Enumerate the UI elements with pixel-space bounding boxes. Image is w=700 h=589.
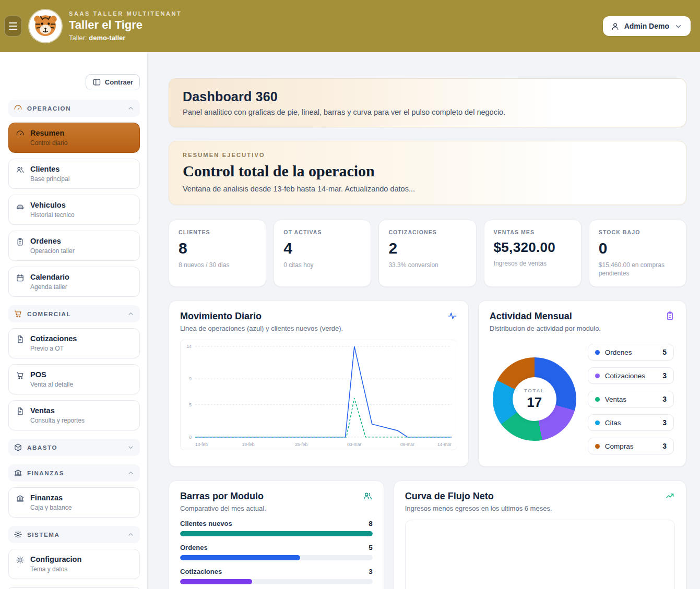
user-menu-button[interactable]: Admin Demo <box>603 16 691 36</box>
donut-total: 17 <box>527 394 542 411</box>
sidebar-item-finanzas[interactable]: FinanzasCaja y balance <box>8 487 140 518</box>
users-icon <box>363 491 373 501</box>
bar-chart: Clientes nuevos8Ordenes5Cotizaciones3 <box>180 520 373 584</box>
collapse-label: Contraer <box>105 78 133 86</box>
calendar-icon <box>16 273 25 282</box>
section-header-finanzas[interactable]: FINANZAS <box>8 464 140 482</box>
page-header-card: Dashboard 360 Panel analitico con grafic… <box>169 78 686 127</box>
user-icon <box>611 22 620 31</box>
sidebar: Contraer OPERACIONResumenControl diarioC… <box>0 52 148 589</box>
actividad-subtitle: Distribucion de actividad por modulo. <box>490 324 601 332</box>
bar-fill <box>180 555 300 560</box>
chevron-down-icon <box>674 22 683 31</box>
sidebar-item-subtitle: Base principal <box>30 175 69 183</box>
stats-row: CLIENTES88 nuevos / 30 diasOT ACTIVAS40 … <box>169 220 686 287</box>
curva-subtitle: Ingresos menos egresos en los ultimos 6 … <box>405 504 552 512</box>
sidebar-section-finanzas: FINANZASFinanzasCaja y balance <box>8 464 140 518</box>
section-header-operacion[interactable]: OPERACION <box>8 100 140 117</box>
legend-dot <box>595 397 600 402</box>
bottom-row: Barras por Modulo Comparativo del mes ac… <box>169 480 686 589</box>
sidebar-item-subtitle: Venta al detalle <box>30 381 73 388</box>
file-icon <box>16 407 25 416</box>
sidebar-item-cotizaciones[interactable]: CotizacionesPrevio a OT <box>8 328 140 358</box>
collapse-sidebar-button[interactable]: Contraer <box>86 74 140 90</box>
sidebar-item-subtitle: Historial tecnico <box>30 211 75 219</box>
donut-legend: Ordenes5Cotizaciones3Ventas3Citas3Compra… <box>588 344 674 454</box>
stat-card-ot-activas: OT ACTIVAS40 citas hoy <box>274 220 371 287</box>
chevron-up-icon <box>127 310 135 318</box>
barras-modulo-card: Barras por Modulo Comparativo del mes ac… <box>169 480 384 589</box>
gear-icon <box>16 556 25 564</box>
gauge-icon <box>16 129 25 138</box>
workshop-subtitle: Taller: demo-taller <box>69 34 182 42</box>
donut-area: TOTAL 17 Ordenes5Cotizaciones3Ventas3Cit… <box>490 342 675 456</box>
sidebar-item-resumen[interactable]: ResumenControl diario <box>8 123 140 153</box>
page-subtitle: Panel analitico con graficas de pie, lin… <box>183 108 672 116</box>
sidebar-item-ventas[interactable]: VentasConsulta y reportes <box>8 400 140 430</box>
sidebar-item-title: POS <box>30 370 73 379</box>
bank-icon <box>16 494 25 503</box>
executive-subtitle: Ventana de analisis desde 13-feb hasta 1… <box>183 185 672 193</box>
curva-flujo-card: Curva de Flujo Neto Ingresos menos egres… <box>394 480 686 589</box>
legend-dot <box>595 420 600 425</box>
svg-text:09-mar: 09-mar <box>400 442 414 447</box>
hamburger-icon <box>9 22 17 30</box>
stat-card-ventas-mes: VENTAS MES$5,320.00Ingresos de ventas <box>484 220 582 287</box>
curva-title: Curva de Flujo Neto <box>405 491 552 502</box>
svg-text:5: 5 <box>189 402 192 407</box>
sidebar-item-title: Calendario <box>30 273 69 282</box>
svg-text:13-feb: 13-feb <box>195 442 208 447</box>
curva-plot-area <box>405 520 675 589</box>
svg-text:25-feb: 25-feb <box>295 442 307 447</box>
users-icon <box>16 165 25 174</box>
car-icon <box>16 201 25 210</box>
bar-row-clientes-nuevos: Clientes nuevos8 <box>180 520 373 536</box>
workshop-title: Taller el Tigre <box>69 18 182 32</box>
sidebar-item-configuracion[interactable]: ConfiguracionTema y datos <box>8 549 140 579</box>
gauge-icon <box>14 104 22 113</box>
legend-dot <box>595 374 600 378</box>
sidebar-item-title: Cotizaciones <box>30 334 77 343</box>
panel-left-icon <box>92 78 101 87</box>
app-header: SAAS TALLER MULTITENANT Taller el Tigre … <box>0 0 700 52</box>
sidebar-item-calendario[interactable]: CalendarioAgenda taller <box>8 267 140 297</box>
executive-title: Control total de la operacion <box>183 162 672 180</box>
donut-center-label: TOTAL <box>524 388 545 393</box>
executive-summary-card: RESUMEN EJECUTIVO Control total de la op… <box>169 141 686 205</box>
donut-chart: TOTAL 17 <box>493 357 576 441</box>
sidebar-item-clientes[interactable]: ClientesBase principal <box>8 159 140 189</box>
section-header-abasto[interactable]: ABASTO <box>8 439 140 456</box>
sidebar-item-title: Ventas <box>30 406 85 415</box>
section-header-sistema[interactable]: SISTEMA <box>8 526 140 543</box>
svg-text:0: 0 <box>189 435 192 440</box>
sidebar-item-subtitle: Operacion taller <box>30 247 75 255</box>
chevron-up-icon <box>127 531 135 538</box>
sidebar-item-subtitle: Control diario <box>30 139 67 147</box>
header-titles: SAAS TALLER MULTITENANT Taller el Tigre … <box>69 10 182 42</box>
svg-text:14: 14 <box>186 344 192 349</box>
legend-item-ordenes: Ordenes5 <box>588 344 674 360</box>
sidebar-item-title: Finanzas <box>30 494 72 502</box>
sidebar-item-title: Ordenes <box>30 237 75 246</box>
legend-dot <box>595 444 600 449</box>
section-header-comercial[interactable]: COMERCIAL <box>8 305 140 322</box>
bar-row-cotizaciones: Cotizaciones3 <box>180 568 373 584</box>
actividad-mensual-card: Actividad Mensual Distribucion de activi… <box>478 300 686 467</box>
sidebar-item-vehiculos[interactable]: VehiculosHistorial tecnico <box>8 195 140 225</box>
sidebar-item-pos[interactable]: POSVenta al detalle <box>8 364 140 394</box>
bank-icon <box>14 468 22 477</box>
line-chart: 0591413-feb19-feb25-feb03-mar09-mar14-ma… <box>180 340 457 450</box>
sidebar-item-title: Vehiculos <box>30 201 75 210</box>
charts-row: Movimiento Diario Linea de operaciones (… <box>169 300 686 467</box>
sidebar-item-subtitle: Caja y balance <box>30 504 72 511</box>
clipboard-icon <box>16 237 25 246</box>
menu-button[interactable] <box>4 16 22 37</box>
stat-card-cotizaciones: COTIZACIONES233.3% conversion <box>378 220 476 287</box>
app-label: SAAS TALLER MULTITENANT <box>69 10 182 17</box>
svg-text:03-mar: 03-mar <box>347 442 361 447</box>
cart-icon <box>16 371 25 380</box>
tiger-logo-image <box>30 11 61 41</box>
box-icon <box>14 443 22 452</box>
sidebar-item-ordenes[interactable]: OrdenesOperacion taller <box>8 231 140 261</box>
trend-up-icon <box>665 491 675 501</box>
